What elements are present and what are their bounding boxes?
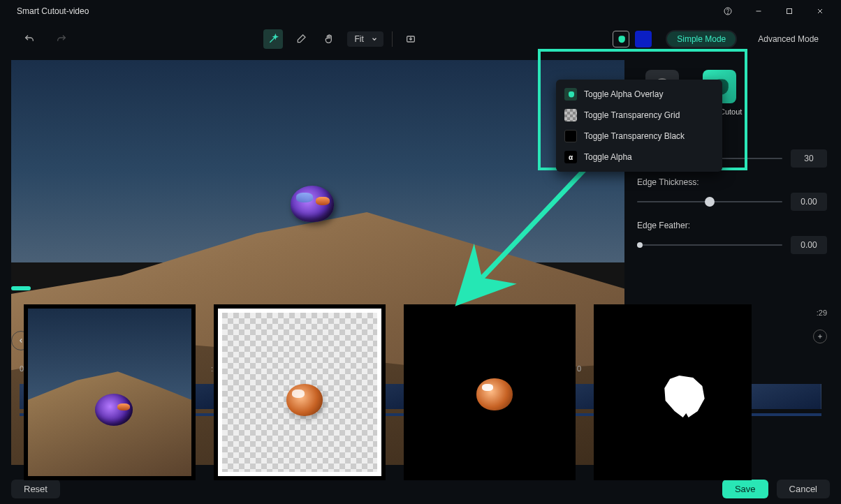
- hand-tool-icon[interactable]: [319, 29, 339, 49]
- compare-icon[interactable]: [401, 29, 421, 49]
- timeline-zoom-in-icon[interactable]: [813, 329, 827, 343]
- help-icon[interactable]: [714, 1, 742, 21]
- preview-original[interactable]: [24, 304, 196, 480]
- preview-swatches: [613, 31, 652, 47]
- minimize-icon[interactable]: [745, 1, 773, 21]
- cancel-button[interactable]: Cancel: [777, 480, 830, 498]
- edge-feather-slider[interactable]: [637, 238, 782, 252]
- zoom-select[interactable]: Fit: [347, 31, 383, 47]
- alpha-icon: α: [564, 151, 577, 163]
- menu-label: Toggle Transparency Grid: [584, 110, 680, 120]
- transparency-black-icon: [564, 130, 577, 142]
- menu-toggle-transparency-grid[interactable]: Toggle Transparency Grid: [556, 105, 722, 126]
- eraser-tool-icon[interactable]: [291, 29, 311, 49]
- redo-icon[interactable]: [52, 29, 71, 49]
- mode-tabs: Simple Mode: [666, 30, 737, 48]
- app-window: Smart Cutout-video: [0, 0, 841, 504]
- zoom-label: Fit: [354, 34, 363, 44]
- menu-toggle-alpha[interactable]: α Toggle Alpha: [556, 147, 722, 168]
- preview-mode-color-swatch[interactable]: [635, 31, 652, 47]
- svg-rect-3: [787, 9, 792, 14]
- alpha-overlay-icon: [564, 88, 577, 101]
- maximize-icon[interactable]: [775, 1, 803, 21]
- menu-toggle-alpha-overlay[interactable]: Toggle Alpha Overlay: [556, 84, 722, 105]
- menu-label: Toggle Transparency Black: [584, 131, 685, 141]
- edge-feather-control: Edge Feather: 0.00: [637, 221, 827, 254]
- timeline-time-right: :29: [817, 309, 827, 317]
- edge-thickness-slider[interactable]: [637, 195, 782, 209]
- tab-advanced-mode[interactable]: Advanced Mode: [751, 31, 826, 47]
- preview-transparency-grid[interactable]: [214, 304, 386, 480]
- transparency-grid-icon: [564, 109, 577, 121]
- window-title: Smart Cutout-video: [17, 6, 89, 16]
- toolbar: Fit Simple Mode Advanced Mod: [11, 22, 830, 56]
- wand-tool-icon[interactable]: [263, 29, 283, 49]
- edge-thickness-control: Edge Thickness: 0.00: [637, 177, 827, 211]
- save-button[interactable]: Save: [722, 480, 768, 498]
- preview-transparency-black[interactable]: [404, 304, 576, 480]
- brush-size-value[interactable]: 30: [791, 149, 827, 168]
- preview-mode-menu: Toggle Alpha Overlay Toggle Transparency…: [556, 80, 722, 172]
- reset-button[interactable]: Reset: [11, 480, 60, 498]
- content-area: Fit Simple Mode Advanced Mod: [0, 22, 841, 473]
- preview-alpha[interactable]: [594, 304, 752, 480]
- edge-feather-value[interactable]: 0.00: [791, 236, 827, 254]
- menu-label: Toggle Alpha Overlay: [584, 89, 663, 99]
- separator: [392, 31, 393, 47]
- menu-label: Toggle Alpha: [584, 152, 632, 162]
- undo-icon[interactable]: [20, 29, 39, 49]
- edge-thickness-value[interactable]: 0.00: [791, 193, 827, 211]
- svg-point-1: [728, 13, 729, 14]
- close-icon[interactable]: [806, 1, 834, 21]
- titlebar: Smart Cutout-video: [0, 0, 841, 22]
- preview-cards: [24, 304, 752, 480]
- preview-mode-alpha-overlay[interactable]: [613, 31, 629, 47]
- tab-simple-mode[interactable]: Simple Mode: [667, 31, 736, 47]
- menu-toggle-transparency-black[interactable]: Toggle Transparency Black: [556, 126, 722, 147]
